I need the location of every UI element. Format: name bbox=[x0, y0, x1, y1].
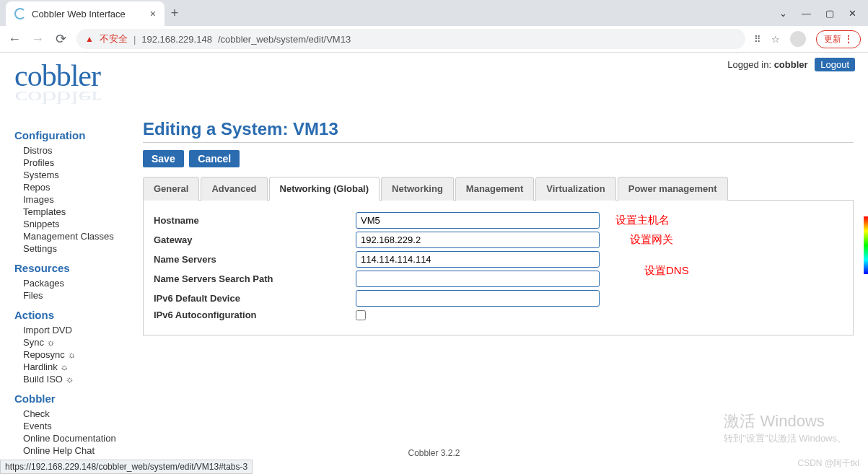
toolbar-right: ⠿ ☆ 更新 ⋮ bbox=[754, 30, 861, 48]
new-tab-button[interactable]: + bbox=[165, 6, 185, 21]
sidebar-item-snippets[interactable]: Snippets bbox=[23, 218, 143, 230]
url-input[interactable]: ▲ 不安全 | 192.168.229.148/cobbler_web/syst… bbox=[76, 29, 745, 49]
sidebar-item-images[interactable]: Images bbox=[23, 193, 143, 206]
window-minimize-icon[interactable]: — bbox=[802, 8, 811, 19]
tab-virtualization[interactable]: Virtualization bbox=[535, 177, 615, 201]
sidebar-item-sync[interactable]: Sync ☼ bbox=[23, 336, 143, 348]
searchpath-input[interactable] bbox=[356, 271, 600, 287]
hostname-input[interactable] bbox=[356, 212, 600, 229]
sidebar-item-management-classes[interactable]: Management Classes bbox=[23, 230, 143, 242]
sidebar-item-online-help-chat[interactable]: Online Help Chat bbox=[23, 444, 143, 457]
sidebar-item-packages[interactable]: Packages bbox=[23, 277, 143, 289]
window-maximize-icon[interactable]: ▢ bbox=[825, 8, 834, 19]
url-path: /cobbler_web/system/edit/VM13 bbox=[218, 34, 351, 45]
logo-reflection: cobbler bbox=[14, 87, 854, 108]
main-content: Editing a System: VM13 Save Cancel Gener… bbox=[143, 115, 854, 457]
sidebar: Configuration Distros Profiles Systems R… bbox=[14, 115, 143, 457]
sidebar-item-templates[interactable]: Templates bbox=[23, 206, 143, 218]
sidebar-item-import-dvd[interactable]: Import DVD bbox=[23, 324, 143, 336]
tab-power-management[interactable]: Power management bbox=[618, 177, 728, 201]
insecure-icon: ▲ bbox=[85, 34, 94, 44]
sidebar-item-reposync[interactable]: Reposync ☼ bbox=[23, 348, 143, 361]
sidebar-item-systems[interactable]: Systems bbox=[23, 169, 143, 181]
sidebar-heading-cobbler: Cobbler bbox=[14, 392, 143, 405]
browser-tab[interactable]: Cobbler Web Interface × bbox=[6, 1, 165, 26]
annotation-gateway: 设置网关 bbox=[630, 233, 673, 247]
sidebar-item-profiles[interactable]: Profiles bbox=[23, 157, 143, 169]
searchpath-label: Name Servers Search Path bbox=[154, 273, 356, 284]
sidebar-heading-actions: Actions bbox=[14, 309, 143, 321]
reload-button[interactable]: ⟳ bbox=[53, 31, 68, 47]
logout-button[interactable]: Logout bbox=[815, 58, 855, 71]
browser-chrome: Cobbler Web Interface × + ⌄ — ▢ ✕ ← → ⟳ … bbox=[0, 0, 868, 53]
cancel-button[interactable]: Cancel bbox=[189, 150, 240, 167]
ipv6auto-checkbox[interactable] bbox=[356, 310, 366, 320]
tab-advanced[interactable]: Advanced bbox=[201, 177, 267, 201]
tab-networking[interactable]: Networking bbox=[381, 177, 454, 201]
window-expand-icon[interactable]: ⌄ bbox=[779, 8, 787, 19]
action-bar: Save Cancel bbox=[143, 150, 854, 167]
ipv6auto-label: IPv6 Autoconfiguration bbox=[154, 310, 356, 320]
translate-icon[interactable]: ⠿ bbox=[754, 34, 761, 45]
annotation-hostname: 设置主机名 bbox=[615, 214, 670, 227]
sidebar-item-check[interactable]: Check bbox=[23, 408, 143, 420]
watermark-line1: 激活 Windows bbox=[724, 411, 846, 432]
insecure-label: 不安全 bbox=[100, 32, 128, 45]
windows-watermark: 激活 Windows 转到"设置"以激活 Windows。 bbox=[724, 411, 846, 445]
tab-management[interactable]: Management bbox=[455, 177, 534, 201]
back-button[interactable]: ← bbox=[7, 32, 22, 47]
gateway-label: Gateway bbox=[154, 234, 356, 245]
page-title: Editing a System: VM13 bbox=[143, 119, 854, 139]
url-host: 192.168.229.148 bbox=[141, 34, 212, 45]
logged-in-prefix: Logged in: bbox=[727, 59, 773, 70]
csdn-watermark: CSDN @阿干tkl bbox=[797, 457, 859, 470]
tab-strip: General Advanced Networking (Global) Net… bbox=[143, 176, 854, 201]
window-close-icon[interactable]: ✕ bbox=[849, 8, 856, 19]
sidebar-heading-resources: Resources bbox=[14, 262, 143, 274]
status-bar: https://192.168.229.148/cobbler_web/syst… bbox=[0, 460, 253, 474]
forward-button[interactable]: → bbox=[30, 32, 45, 47]
update-button[interactable]: 更新 ⋮ bbox=[816, 30, 861, 48]
sidebar-item-events[interactable]: Events bbox=[23, 420, 143, 432]
nameservers-label: Name Servers bbox=[154, 254, 356, 265]
color-bar-decoration bbox=[864, 216, 868, 274]
nameservers-input[interactable] bbox=[356, 251, 600, 268]
sidebar-item-build-iso[interactable]: Build ISO ☼ bbox=[23, 373, 143, 385]
sidebar-item-repos[interactable]: Repos bbox=[23, 181, 143, 193]
footer-version: Cobbler 3.2.2 bbox=[408, 448, 460, 458]
title-divider bbox=[143, 142, 854, 143]
tab-close-icon[interactable]: × bbox=[150, 8, 156, 19]
ipv6dev-input[interactable] bbox=[356, 290, 600, 307]
tab-general[interactable]: General bbox=[143, 177, 199, 201]
login-status: Logged in: cobbler Logout bbox=[727, 59, 855, 70]
sidebar-item-files[interactable]: Files bbox=[23, 289, 143, 302]
sidebar-item-online-documentation[interactable]: Online Documentation bbox=[23, 432, 143, 444]
tab-bar: Cobbler Web Interface × + ⌄ — ▢ ✕ bbox=[0, 0, 868, 26]
bookmark-icon[interactable]: ☆ bbox=[771, 34, 780, 45]
save-button[interactable]: Save bbox=[143, 150, 184, 167]
hostname-label: Hostname bbox=[154, 215, 356, 226]
tab-favicon bbox=[14, 8, 26, 19]
gateway-input[interactable] bbox=[356, 232, 600, 248]
tab-title: Cobbler Web Interface bbox=[32, 9, 144, 19]
ipv6dev-label: IPv6 Default Device bbox=[154, 293, 356, 304]
url-separator: | bbox=[133, 34, 136, 45]
address-bar: ← → ⟳ ▲ 不安全 | 192.168.229.148/cobbler_we… bbox=[0, 26, 868, 52]
sidebar-item-hardlink[interactable]: Hardlink ☼ bbox=[23, 361, 143, 373]
profile-avatar[interactable] bbox=[790, 31, 806, 47]
sidebar-heading-configuration: Configuration bbox=[14, 129, 143, 141]
sidebar-item-distros[interactable]: Distros bbox=[23, 144, 143, 157]
tab-networking-global[interactable]: Networking (Global) bbox=[269, 177, 380, 201]
sidebar-item-settings[interactable]: Settings bbox=[23, 242, 143, 255]
window-controls: ⌄ — ▢ ✕ bbox=[779, 8, 868, 19]
form-panel: Hostname 设置主机名 Gateway 设置网关 Name Servers… bbox=[143, 201, 854, 335]
watermark-line2: 转到"设置"以激活 Windows。 bbox=[724, 432, 846, 445]
username: cobbler bbox=[774, 59, 808, 70]
